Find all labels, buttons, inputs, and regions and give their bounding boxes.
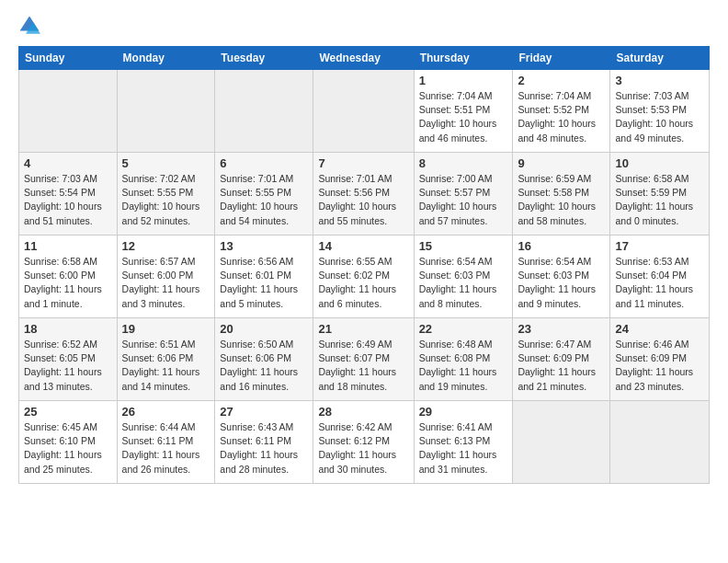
- day-info: Sunrise: 7:04 AM Sunset: 5:51 PM Dayligh…: [419, 89, 508, 145]
- day-info: Sunrise: 7:01 AM Sunset: 5:56 PM Dayligh…: [318, 172, 408, 228]
- day-number: 1: [419, 74, 508, 87]
- day-info: Sunrise: 6:55 AM Sunset: 6:02 PM Dayligh…: [318, 255, 408, 311]
- week-row-3: 11Sunrise: 6:58 AM Sunset: 6:00 PM Dayli…: [19, 236, 710, 318]
- day-info: Sunrise: 6:49 AM Sunset: 6:07 PM Dayligh…: [318, 338, 408, 394]
- day-info: Sunrise: 6:59 AM Sunset: 5:58 PM Dayligh…: [518, 172, 605, 228]
- day-info: Sunrise: 6:56 AM Sunset: 6:01 PM Dayligh…: [220, 255, 308, 311]
- calendar-day: 10Sunrise: 6:58 AM Sunset: 5:59 PM Dayli…: [610, 153, 710, 236]
- day-info: Sunrise: 6:53 AM Sunset: 6:04 PM Dayligh…: [615, 255, 704, 311]
- day-info: Sunrise: 6:47 AM Sunset: 6:09 PM Dayligh…: [518, 338, 605, 394]
- day-number: 6: [220, 156, 308, 170]
- calendar-day: 24Sunrise: 6:46 AM Sunset: 6:09 PM Dayli…: [610, 318, 710, 401]
- week-row-4: 18Sunrise: 6:52 AM Sunset: 6:05 PM Dayli…: [19, 318, 710, 401]
- calendar-day: 21Sunrise: 6:49 AM Sunset: 6:07 PM Dayli…: [313, 318, 414, 401]
- calendar-day: 2Sunrise: 7:04 AM Sunset: 5:52 PM Daylig…: [513, 70, 610, 153]
- calendar-header-wednesday: Wednesday: [313, 47, 414, 70]
- calendar-header-tuesday: Tuesday: [215, 47, 313, 70]
- calendar-header-monday: Monday: [117, 47, 215, 70]
- day-number: 10: [615, 156, 704, 170]
- day-info: Sunrise: 6:57 AM Sunset: 6:00 PM Dayligh…: [122, 255, 210, 311]
- calendar-day: 17Sunrise: 6:53 AM Sunset: 6:04 PM Dayli…: [610, 236, 710, 318]
- calendar-day: 20Sunrise: 6:50 AM Sunset: 6:06 PM Dayli…: [215, 318, 313, 401]
- page: SundayMondayTuesdayWednesdayThursdayFrid…: [0, 0, 728, 493]
- calendar-table: SundayMondayTuesdayWednesdayThursdayFrid…: [18, 46, 710, 484]
- day-info: Sunrise: 7:02 AM Sunset: 5:55 PM Dayligh…: [122, 172, 210, 228]
- day-number: 2: [518, 74, 605, 87]
- calendar-day: 12Sunrise: 6:57 AM Sunset: 6:00 PM Dayli…: [117, 236, 215, 318]
- day-number: 5: [122, 156, 210, 170]
- day-number: 23: [518, 322, 605, 336]
- day-info: Sunrise: 6:52 AM Sunset: 6:05 PM Dayligh…: [24, 338, 112, 394]
- calendar-day: 18Sunrise: 6:52 AM Sunset: 6:05 PM Dayli…: [19, 318, 118, 401]
- day-number: 12: [122, 239, 210, 253]
- week-row-5: 25Sunrise: 6:45 AM Sunset: 6:10 PM Dayli…: [19, 401, 710, 484]
- day-number: 24: [615, 322, 704, 336]
- day-number: 20: [220, 322, 308, 336]
- day-info: Sunrise: 6:42 AM Sunset: 6:12 PM Dayligh…: [318, 420, 408, 477]
- calendar-day: 28Sunrise: 6:42 AM Sunset: 6:12 PM Dayli…: [313, 401, 414, 484]
- day-number: 18: [24, 322, 112, 336]
- day-info: Sunrise: 7:03 AM Sunset: 5:53 PM Dayligh…: [615, 89, 704, 145]
- day-number: 7: [318, 156, 408, 170]
- day-info: Sunrise: 7:03 AM Sunset: 5:54 PM Dayligh…: [24, 172, 112, 228]
- day-number: 3: [615, 74, 704, 87]
- calendar-day: 22Sunrise: 6:48 AM Sunset: 6:08 PM Dayli…: [414, 318, 513, 401]
- calendar-day: 7Sunrise: 7:01 AM Sunset: 5:56 PM Daylig…: [313, 153, 414, 236]
- day-info: Sunrise: 6:50 AM Sunset: 6:06 PM Dayligh…: [220, 338, 308, 394]
- day-number: 26: [122, 405, 210, 419]
- calendar-day: [610, 401, 710, 484]
- day-number: 27: [220, 405, 308, 419]
- calendar-header-thursday: Thursday: [414, 47, 513, 70]
- day-info: Sunrise: 6:41 AM Sunset: 6:13 PM Dayligh…: [419, 420, 508, 477]
- calendar-day: [19, 70, 118, 153]
- day-info: Sunrise: 7:04 AM Sunset: 5:52 PM Dayligh…: [518, 89, 605, 145]
- calendar-day: 16Sunrise: 6:54 AM Sunset: 6:03 PM Dayli…: [513, 236, 610, 318]
- calendar-day: 5Sunrise: 7:02 AM Sunset: 5:55 PM Daylig…: [117, 153, 215, 236]
- day-number: 17: [615, 239, 704, 253]
- calendar-header-sunday: Sunday: [19, 47, 118, 70]
- day-info: Sunrise: 6:58 AM Sunset: 5:59 PM Dayligh…: [615, 172, 704, 228]
- day-info: Sunrise: 7:01 AM Sunset: 5:55 PM Dayligh…: [220, 172, 308, 228]
- day-number: 16: [518, 239, 605, 253]
- day-number: 29: [419, 405, 508, 419]
- calendar-day: 19Sunrise: 6:51 AM Sunset: 6:06 PM Dayli…: [117, 318, 215, 401]
- header: [18, 15, 710, 37]
- calendar-day: 1Sunrise: 7:04 AM Sunset: 5:51 PM Daylig…: [414, 70, 513, 153]
- day-number: 25: [24, 405, 112, 419]
- day-info: Sunrise: 6:48 AM Sunset: 6:08 PM Dayligh…: [419, 338, 508, 394]
- day-number: 11: [24, 239, 112, 253]
- day-info: Sunrise: 6:46 AM Sunset: 6:09 PM Dayligh…: [615, 338, 704, 394]
- day-info: Sunrise: 6:54 AM Sunset: 6:03 PM Dayligh…: [419, 255, 508, 311]
- day-number: 28: [318, 405, 408, 419]
- calendar-day: 4Sunrise: 7:03 AM Sunset: 5:54 PM Daylig…: [19, 153, 118, 236]
- day-number: 13: [220, 239, 308, 253]
- calendar-day: 3Sunrise: 7:03 AM Sunset: 5:53 PM Daylig…: [610, 70, 710, 153]
- day-info: Sunrise: 7:00 AM Sunset: 5:57 PM Dayligh…: [419, 172, 508, 228]
- calendar-header-row: SundayMondayTuesdayWednesdayThursdayFrid…: [19, 47, 710, 70]
- week-row-2: 4Sunrise: 7:03 AM Sunset: 5:54 PM Daylig…: [19, 153, 710, 236]
- day-number: 8: [419, 156, 508, 170]
- calendar-day: 9Sunrise: 6:59 AM Sunset: 5:58 PM Daylig…: [513, 153, 610, 236]
- calendar-day: 8Sunrise: 7:00 AM Sunset: 5:57 PM Daylig…: [414, 153, 513, 236]
- calendar-day: 29Sunrise: 6:41 AM Sunset: 6:13 PM Dayli…: [414, 401, 513, 484]
- calendar-header-saturday: Saturday: [610, 47, 710, 70]
- logo-icon: [18, 15, 40, 37]
- day-info: Sunrise: 6:45 AM Sunset: 6:10 PM Dayligh…: [24, 420, 112, 477]
- calendar-day: 26Sunrise: 6:44 AM Sunset: 6:11 PM Dayli…: [117, 401, 215, 484]
- day-info: Sunrise: 6:58 AM Sunset: 6:00 PM Dayligh…: [24, 255, 112, 311]
- calendar-day: 14Sunrise: 6:55 AM Sunset: 6:02 PM Dayli…: [313, 236, 414, 318]
- calendar-day: 25Sunrise: 6:45 AM Sunset: 6:10 PM Dayli…: [19, 401, 118, 484]
- day-info: Sunrise: 6:43 AM Sunset: 6:11 PM Dayligh…: [220, 420, 308, 477]
- day-info: Sunrise: 6:44 AM Sunset: 6:11 PM Dayligh…: [122, 420, 210, 477]
- day-number: 15: [419, 239, 508, 253]
- calendar-day: 13Sunrise: 6:56 AM Sunset: 6:01 PM Dayli…: [215, 236, 313, 318]
- day-info: Sunrise: 6:54 AM Sunset: 6:03 PM Dayligh…: [518, 255, 605, 311]
- day-number: 22: [419, 322, 508, 336]
- calendar-day: 11Sunrise: 6:58 AM Sunset: 6:00 PM Dayli…: [19, 236, 118, 318]
- calendar-day: 23Sunrise: 6:47 AM Sunset: 6:09 PM Dayli…: [513, 318, 610, 401]
- calendar-day: 6Sunrise: 7:01 AM Sunset: 5:55 PM Daylig…: [215, 153, 313, 236]
- day-info: Sunrise: 6:51 AM Sunset: 6:06 PM Dayligh…: [122, 338, 210, 394]
- day-number: 19: [122, 322, 210, 336]
- day-number: 14: [318, 239, 408, 253]
- day-number: 9: [518, 156, 605, 170]
